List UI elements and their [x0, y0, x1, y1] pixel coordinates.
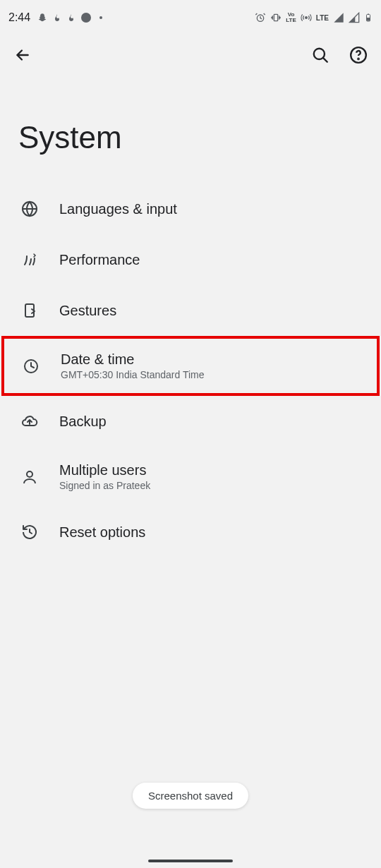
- globe-icon: [20, 199, 40, 219]
- status-time: 2:44: [8, 11, 30, 24]
- list-item-multiple-users[interactable]: Multiple users Signed in as Prateek: [0, 447, 381, 507]
- screenshot-toast[interactable]: Screenshot saved: [133, 783, 248, 809]
- item-title: Gestures: [59, 303, 116, 319]
- svg-point-8: [358, 59, 358, 59]
- list-item-languages[interactable]: Languages & input: [0, 183, 381, 234]
- list-item-performance[interactable]: Performance: [0, 234, 381, 285]
- list-item-backup[interactable]: Backup: [0, 396, 381, 447]
- item-title: Performance: [59, 252, 140, 268]
- help-button[interactable]: [349, 45, 368, 65]
- svg-point-2: [306, 17, 308, 19]
- svg-rect-5: [367, 18, 370, 21]
- hotspot-icon: [301, 12, 312, 23]
- vibrate-icon: [270, 12, 282, 23]
- back-button[interactable]: [13, 45, 32, 65]
- list-item-reset-options[interactable]: Reset options: [0, 507, 381, 557]
- clock-icon: [21, 356, 41, 376]
- item-title: Date & time: [61, 351, 205, 368]
- alarm-icon: [255, 12, 266, 23]
- item-subtitle: GMT+05:30 India Standard Time: [61, 369, 205, 380]
- snapchat-icon: [37, 13, 47, 23]
- list-item-date-time[interactable]: Date & time GMT+05:30 India Standard Tim…: [1, 336, 380, 396]
- item-title: Multiple users: [59, 462, 150, 478]
- app-bar: [0, 34, 381, 76]
- person-icon: [20, 467, 40, 487]
- status-right: VoLTE LTE: [255, 11, 373, 24]
- signal-icon: [349, 12, 360, 23]
- page-title: System: [0, 76, 381, 183]
- history-icon: [20, 522, 40, 542]
- status-bar: 2:44 VoLTE LTE: [0, 0, 381, 34]
- tinder-icon: [53, 13, 61, 23]
- battery-icon: [364, 11, 373, 24]
- lte-label: LTE: [316, 14, 329, 22]
- status-left: 2:44: [8, 11, 102, 24]
- search-button[interactable]: [310, 45, 330, 65]
- cloud-upload-icon: [20, 411, 40, 431]
- volte-icon: VoLTE: [286, 12, 296, 23]
- toast-text: Screenshot saved: [148, 790, 233, 802]
- item-title: Backup: [59, 414, 107, 430]
- notification-overflow-icon: [99, 16, 102, 19]
- nav-handle[interactable]: [148, 860, 233, 862]
- svg-rect-4: [368, 14, 369, 16]
- svg-rect-1: [274, 14, 278, 20]
- settings-list: Languages & input Performance Gestures D…: [0, 183, 381, 557]
- performance-icon: [20, 250, 40, 270]
- item-subtitle: Signed in as Prateek: [59, 480, 150, 491]
- notification-dot-icon: [81, 13, 91, 23]
- list-item-gestures[interactable]: Gestures: [0, 285, 381, 336]
- item-title: Languages & input: [59, 201, 177, 217]
- tinder-icon: [67, 13, 75, 23]
- item-title: Reset options: [59, 524, 145, 541]
- gestures-icon: [20, 301, 40, 320]
- svg-point-12: [27, 471, 32, 477]
- signal-icon: [333, 12, 344, 23]
